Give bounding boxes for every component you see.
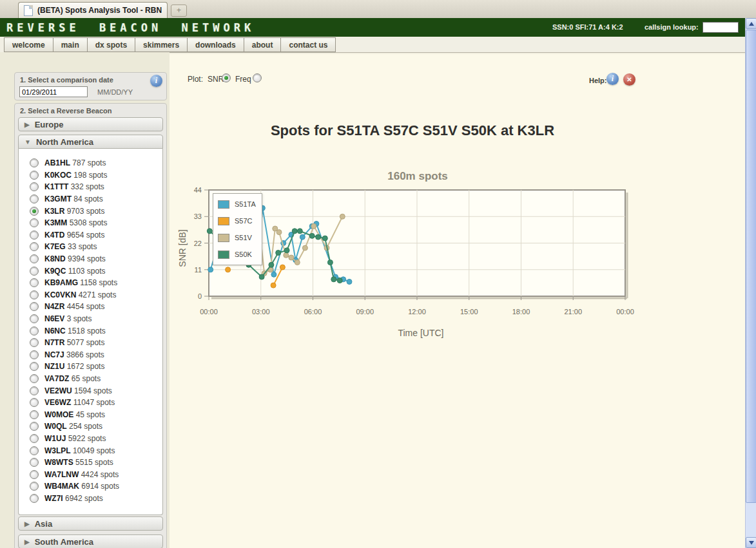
callsign-lookup-input[interactable] — [703, 22, 739, 33]
data-point-s51v — [340, 214, 345, 219]
data-point-s50k — [207, 229, 212, 234]
new-tab-button[interactable]: + — [171, 5, 187, 17]
beacon-option-ve6wz[interactable]: VE6WZ 11047 spots — [19, 397, 162, 409]
beacon-option-n7tr[interactable]: N7TR 5077 spots — [19, 337, 162, 349]
beacon-radio[interactable] — [30, 278, 39, 287]
plot-option-freq-radio[interactable] — [253, 73, 262, 82]
accordion-south-america[interactable]: ▶ South America — [18, 534, 163, 548]
beacon-option-k3lr[interactable]: K3LR 9703 spots — [19, 205, 162, 217]
beacon-option-va7dz[interactable]: VA7DZ 65 spots — [19, 373, 162, 385]
browser-tab[interactable]: (BETA) Spots Analysis Tool - RBN - R... — [18, 2, 168, 18]
beacon-radio[interactable] — [30, 386, 39, 395]
nav-item-dx-spots[interactable]: dx spots — [87, 37, 135, 52]
beacon-radio[interactable] — [30, 326, 39, 335]
beacon-callsign: K4TD — [44, 231, 64, 240]
beacon-radio[interactable] — [30, 422, 39, 431]
beacon-radio[interactable] — [30, 171, 39, 180]
beacon-option-w0moe[interactable]: W0MOE 45 spots — [19, 408, 162, 420]
beacon-option-k3gmt[interactable]: K3GMT 84 spots — [19, 193, 162, 205]
beacon-radio[interactable] — [30, 362, 39, 371]
data-point-s51ta — [271, 272, 276, 277]
browser-tab-title: (BETA) Spots Analysis Tool - RBN - R... — [37, 6, 162, 15]
chevron-down-icon: ▼ — [24, 138, 31, 146]
help-info-icon[interactable]: i — [606, 73, 619, 85]
scroll-down-button[interactable] — [746, 537, 756, 548]
chevron-right-icon: ▶ — [24, 121, 30, 128]
vertical-scrollbar[interactable] — [745, 18, 756, 548]
date-format-hint: MM/DD/YY — [97, 88, 133, 96]
beacon-option-n4zr[interactable]: N4ZR 4454 spots — [19, 301, 162, 313]
nav-item-skimmers[interactable]: skimmers — [135, 37, 188, 52]
beacon-option-k0koc[interactable]: K0KOC 198 spots — [19, 169, 162, 182]
beacon-option-n6ev[interactable]: N6EV 3 spots — [19, 313, 162, 325]
beacon-option-k4td[interactable]: K4TD 9654 spots — [19, 229, 162, 241]
beacon-radio[interactable] — [30, 374, 39, 383]
beacon-radio[interactable] — [30, 254, 39, 263]
comparison-date-input[interactable] — [19, 86, 88, 97]
beacon-option-k9qc[interactable]: K9QC 1103 spots — [19, 265, 162, 277]
beacon-option-nc7j[interactable]: NC7J 3866 spots — [19, 349, 162, 361]
beacon-option-wb4mak[interactable]: WB4MAK 6914 spots — [19, 480, 162, 493]
data-point-s50k — [284, 248, 289, 253]
data-point-s51v — [289, 255, 294, 260]
scroll-up-button[interactable] — [746, 18, 756, 29]
beacon-option-k3mm[interactable]: K3MM 5308 spots — [19, 217, 162, 229]
site-logo: REVERSE BEACON NETWORK — [6, 18, 255, 37]
chart-area: 00:0003:0006:0009:0012:0015:0018:0021:00… — [174, 164, 641, 351]
beacon-radio[interactable] — [30, 242, 39, 251]
beacon-option-w8wts[interactable]: W8WTS 5515 spots — [19, 457, 162, 469]
beacon-option-wz7i[interactable]: WZ7I 6942 spots — [19, 493, 162, 505]
nav-item-main[interactable]: main — [53, 37, 88, 52]
beacon-option-ve2wu[interactable]: VE2WU 1594 spots — [19, 384, 162, 397]
beacon-radio[interactable] — [30, 482, 39, 491]
beacon-radio[interactable] — [30, 338, 39, 347]
beacon-radio[interactable] — [30, 470, 39, 479]
beacon-option-wa7lnw[interactable]: WA7LNW 4424 spots — [19, 468, 162, 480]
beacon-radio[interactable] — [30, 207, 39, 216]
beacon-option-k7eg[interactable]: K7EG 33 spots — [19, 241, 162, 253]
beacon-radio[interactable] — [30, 446, 39, 455]
beacon-radio[interactable] — [30, 158, 39, 167]
plot-option-snr-radio[interactable] — [222, 73, 231, 82]
beacon-radio[interactable] — [30, 218, 39, 227]
beacon-callsign: AB1HL — [44, 158, 70, 167]
beacon-radio[interactable] — [30, 410, 39, 419]
accordion-europe[interactable]: ▶ Europe — [18, 117, 163, 131]
beacon-radio[interactable] — [30, 267, 39, 276]
beacon-option-k8nd[interactable]: K8ND 9394 spots — [19, 253, 162, 265]
beacon-option-w3lpl[interactable]: W3LPL 10049 spots — [19, 444, 162, 457]
data-point-s50k — [327, 260, 333, 265]
beacon-option-w1uj[interactable]: W1UJ 5922 spots — [19, 433, 162, 445]
legend-entry-s57c: S57C — [218, 213, 256, 229]
beacon-option-kb9amg[interactable]: KB9AMG 1158 spots — [19, 277, 162, 289]
beacon-option-nz1u[interactable]: NZ1U 1672 spots — [19, 361, 162, 373]
nav-item-downloads[interactable]: downloads — [187, 37, 244, 52]
beacon-radio[interactable] — [30, 494, 39, 503]
beacon-radio[interactable] — [30, 434, 39, 443]
beacon-radio[interactable] — [30, 290, 39, 299]
date-info-icon[interactable]: i — [150, 75, 162, 87]
accordion-asia[interactable]: ▶ Asia — [18, 516, 163, 531]
beacon-option-w0ql[interactable]: W0QL 254 spots — [19, 420, 162, 433]
beacon-radio[interactable] — [30, 182, 39, 191]
data-point-s50k — [337, 278, 342, 283]
beacon-option-kc0vkn[interactable]: KC0VKN 4271 spots — [19, 289, 162, 301]
help-close-icon[interactable]: ✕ — [623, 73, 635, 86]
accordion-north-america[interactable]: ▼ North America — [18, 135, 163, 149]
beacon-radio[interactable] — [30, 302, 39, 311]
beacon-option-ab1hl[interactable]: AB1HL 787 spots — [19, 157, 162, 169]
beacon-radio[interactable] — [30, 350, 39, 359]
nav-item-contact-us[interactable]: contact us — [280, 37, 336, 52]
beacon-radio[interactable] — [30, 194, 39, 203]
beacon-option-k1ttt[interactable]: K1TTT 332 spots — [19, 181, 162, 193]
nav-item-about[interactable]: about — [244, 37, 282, 52]
browser-window: (BETA) Spots Analysis Tool - RBN - R... … — [0, 0, 756, 548]
beacon-callsign: WB4MAK — [44, 482, 79, 491]
beacon-radio[interactable] — [30, 231, 39, 240]
beacon-option-n6nc[interactable]: N6NC 1518 spots — [19, 325, 162, 337]
beacon-radio[interactable] — [30, 314, 39, 323]
scrollbar-thumb[interactable] — [746, 30, 756, 503]
beacon-radio[interactable] — [30, 398, 39, 407]
nav-item-welcome[interactable]: welcome — [4, 37, 53, 52]
beacon-radio[interactable] — [30, 458, 39, 467]
